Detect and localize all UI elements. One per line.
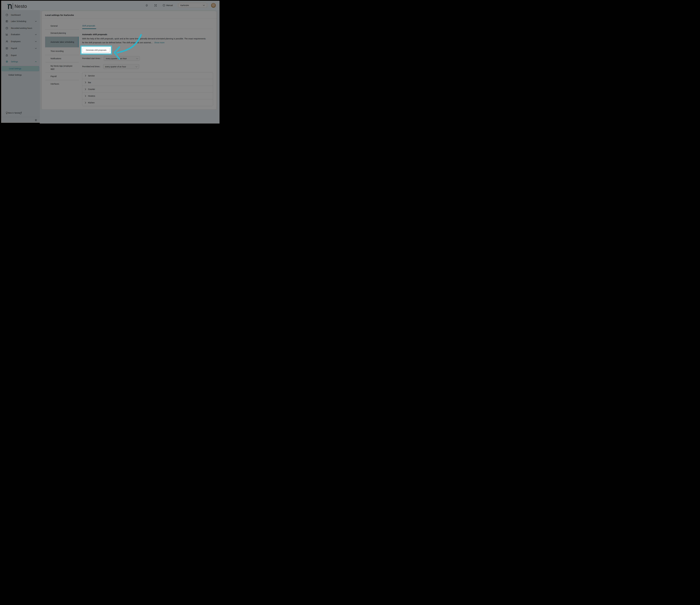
screen: Nesto ? Manual (0, 0, 220, 123)
generate-shift-proposals-button[interactable]: Generate shift proposals (82, 48, 110, 52)
tutorial-spotlight: Generate shift proposals (80, 46, 112, 55)
tutorial-dim-overlay (0, 0, 220, 123)
